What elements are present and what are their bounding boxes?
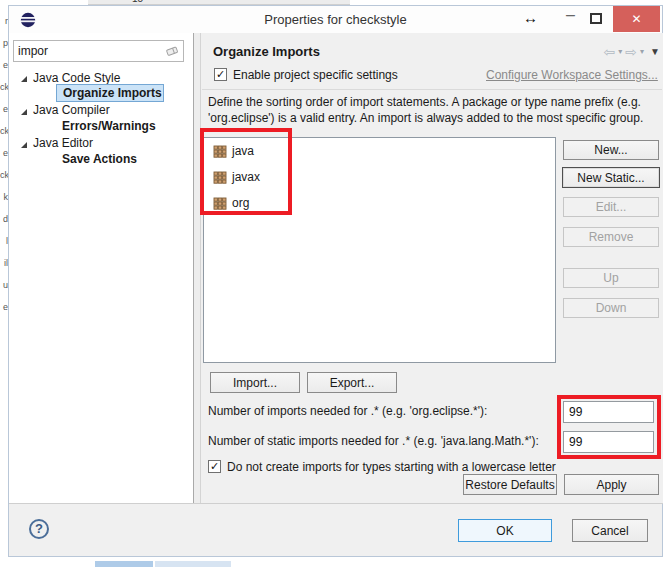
screenshot-stage: r p e ck e ck e ck k d l il u e 15 Prope… [0, 0, 671, 567]
page-title: Organize Imports [213, 44, 320, 59]
tree-item-organize-imports[interactable]: Organize Imports [56, 84, 164, 102]
export-button[interactable]: Export... [307, 372, 397, 393]
tree-expander-icon[interactable] [20, 141, 28, 149]
lowercase-imports-label: Do not create imports for types starting… [227, 460, 556, 474]
new-static-button[interactable]: New Static... [562, 167, 660, 188]
page-navigation: ⇦ ▾ ⇨ ▾ ▼ [592, 45, 660, 59]
edit-button[interactable]: Edit... [563, 197, 659, 217]
description-line-1: Define the sorting order of import state… [208, 95, 641, 109]
tree-item-java-code-style[interactable]: Java Code Style [33, 71, 120, 85]
list-item[interactable]: org [213, 191, 249, 215]
filter-field-frame [13, 40, 184, 62]
tree-item-java-compiler[interactable]: Java Compiler [33, 103, 110, 117]
background-text-fragment: k [0, 192, 8, 202]
lowercase-imports-checkbox[interactable]: ✓ [208, 460, 221, 473]
help-button[interactable]: ? [29, 519, 49, 539]
up-button[interactable]: Up [563, 268, 659, 288]
background-text-fragment: e [0, 302, 8, 312]
remove-button[interactable]: Remove [563, 227, 659, 247]
list-item[interactable]: javax [213, 165, 260, 189]
header-separator [202, 89, 662, 90]
background-text-fragment: il [0, 258, 8, 268]
panel-sash[interactable] [193, 33, 201, 503]
background-text-fragment: e [0, 148, 8, 158]
background-text-fragment: ck [0, 82, 8, 92]
forward-arrow-icon[interactable]: ⇨ [625, 45, 637, 59]
background-text-fragment: u [0, 280, 8, 290]
background-text-fragment: d [0, 214, 8, 224]
back-arrow-icon[interactable]: ⇦ [604, 45, 616, 59]
configure-workspace-settings-link[interactable]: Configure Workspace Settings... [486, 68, 658, 82]
restore-defaults-button[interactable]: Restore Defaults [463, 474, 557, 495]
background-text-fragment: p [0, 38, 8, 48]
ok-button[interactable]: OK [458, 519, 552, 542]
tree-item-java-editor[interactable]: Java Editor [33, 136, 93, 150]
maximize-button[interactable] [590, 13, 602, 24]
import-button[interactable]: Import... [210, 372, 300, 393]
forward-history-dropdown-icon[interactable]: ▾ [640, 48, 644, 56]
apply-button[interactable]: Apply [564, 474, 659, 495]
list-item-label: javax [232, 170, 260, 184]
static-imports-needed-label: Number of static imports needed for .* (… [208, 434, 539, 448]
minimize-button[interactable]: – [566, 6, 575, 24]
description-line-2: 'org.eclipse') is a valid entry. An impo… [208, 111, 643, 125]
resize-icon[interactable]: ↔ [523, 9, 538, 26]
background-text-fragment: 15 [132, 0, 143, 4]
imports-needed-label: Number of imports needed for .* (e.g. 'o… [208, 404, 487, 418]
tree-expander-icon[interactable] [20, 108, 28, 116]
background-text-fragment: l [0, 236, 8, 246]
list-item[interactable]: java [213, 139, 254, 163]
background-text-fragment: e [0, 60, 8, 70]
cancel-button[interactable]: Cancel [572, 519, 648, 542]
package-icon [213, 196, 227, 210]
view-menu-icon[interactable]: ▼ [650, 47, 660, 57]
background-text-fragment: ck [0, 170, 8, 180]
background-text-fragment: ck [0, 126, 8, 136]
footer-separator [9, 503, 663, 504]
list-item-label: org [232, 196, 249, 210]
static-imports-needed-field-frame [563, 431, 654, 453]
taskbar-fragment [95, 561, 153, 567]
package-icon [213, 144, 227, 158]
list-item-label: java [232, 144, 254, 158]
package-icon [213, 170, 227, 184]
imports-needed-input[interactable] [569, 404, 649, 420]
static-imports-needed-input[interactable] [569, 434, 649, 450]
imports-needed-field-frame [563, 401, 654, 423]
tree-item-save-actions[interactable]: Save Actions [62, 152, 137, 166]
back-history-dropdown-icon[interactable]: ▾ [618, 48, 622, 56]
filter-input[interactable] [18, 43, 158, 59]
background-text-fragment: e [0, 104, 8, 114]
down-button[interactable]: Down [563, 298, 659, 318]
clear-filter-icon[interactable] [165, 45, 179, 57]
close-button[interactable]: ✕ [613, 6, 660, 32]
background-text-fragment: r [0, 16, 8, 26]
new-button[interactable]: New... [563, 140, 659, 160]
enable-project-settings-checkbox[interactable]: ✓ [214, 68, 227, 81]
taskbar-fragment [155, 561, 231, 567]
tree-expander-icon[interactable] [20, 75, 28, 83]
window-title: Properties for checkstyle [9, 6, 662, 33]
tree-item-errors-warnings[interactable]: Errors/Warnings [62, 119, 156, 133]
enable-project-settings-label: Enable project specific settings [233, 68, 398, 82]
